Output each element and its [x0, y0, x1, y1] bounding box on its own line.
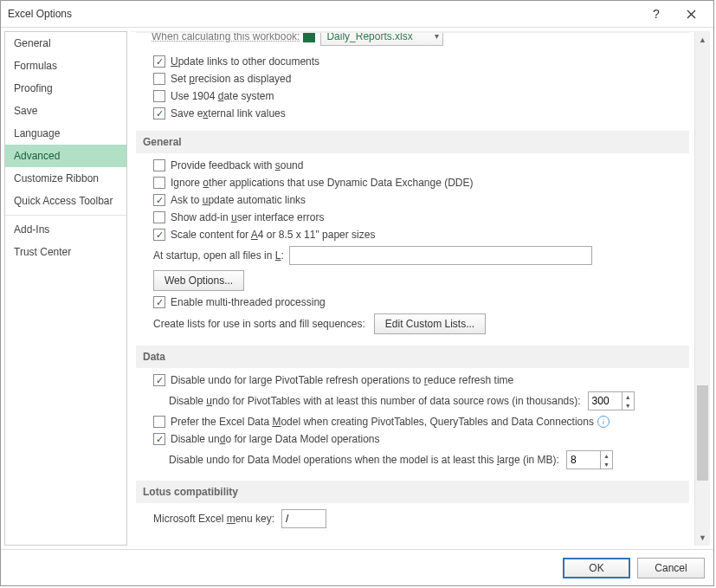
- opt-disable-undo-pivot[interactable]: Disable undo for large PivotTable refres…: [153, 372, 689, 389]
- cutoff-label: When calculating this workbook:: [152, 32, 300, 42]
- sidebar-item-language[interactable]: Language: [5, 122, 126, 145]
- edit-custom-lists-button[interactable]: Edit Custom Lists...: [374, 313, 486, 334]
- sidebar-item-proofing[interactable]: Proofing: [5, 77, 126, 100]
- pivot-threshold-spinner[interactable]: ▲▼: [588, 391, 635, 410]
- cancel-button[interactable]: Cancel: [637, 558, 705, 578]
- section-header-general: General: [136, 131, 689, 153]
- checkbox[interactable]: [153, 229, 165, 241]
- checkbox[interactable]: [153, 107, 165, 120]
- sidebar-item-general[interactable]: General: [5, 32, 126, 55]
- sidebar-separator: [5, 215, 126, 216]
- calc-section: Update links to other documents Set prec…: [136, 49, 689, 126]
- close-button[interactable]: [674, 2, 708, 26]
- scroll-track[interactable]: [695, 48, 710, 530]
- checkbox[interactable]: [153, 194, 165, 206]
- datamodel-threshold-input[interactable]: [567, 451, 600, 468]
- general-section: General Provide feedback with sound Igno…: [136, 126, 689, 340]
- spin-up-icon[interactable]: ▲: [601, 451, 612, 460]
- opt-feedback-sound[interactable]: Provide feedback with sound: [153, 157, 689, 174]
- info-icon[interactable]: i: [597, 416, 610, 428]
- startup-folder-input[interactable]: [289, 246, 592, 265]
- scroll-thumb[interactable]: [697, 385, 708, 481]
- checkbox[interactable]: [153, 90, 165, 102]
- lotus-section: Lotus compatibility Microsoft Excel menu…: [136, 475, 689, 534]
- options-content: When calculating this workbook: Daily_Re…: [131, 32, 694, 546]
- chevron-down-icon: ▾: [435, 32, 439, 41]
- excel-icon: [303, 32, 315, 42]
- sidebar-item-add-ins[interactable]: Add-Ins: [5, 218, 126, 241]
- workbook-select[interactable]: Daily_Reports.xlsx ▾: [320, 32, 442, 46]
- spin-down-icon[interactable]: ▼: [601, 460, 612, 468]
- sidebar: General Formulas Proofing Save Language …: [4, 31, 127, 546]
- sidebar-item-quick-access-toolbar[interactable]: Quick Access Toolbar: [5, 190, 126, 212]
- opt-ask-update-links[interactable]: Ask to update automatic links: [153, 191, 689, 209]
- opt-set-precision[interactable]: Set precision as displayed: [153, 70, 689, 87]
- opt-scale-content[interactable]: Scale content for A4 or 8.5 x 11" paper …: [153, 226, 689, 243]
- checkbox[interactable]: [153, 374, 165, 386]
- help-button[interactable]: ?: [639, 2, 674, 26]
- data-section: Data Disable undo for large PivotTable r…: [136, 340, 689, 475]
- opt-datamodel-threshold: Disable undo for Data Model operations w…: [169, 448, 689, 472]
- pivot-threshold-input[interactable]: [589, 392, 622, 410]
- checkbox[interactable]: [153, 177, 165, 189]
- opt-1904-date[interactable]: Use 1904 date system: [153, 87, 689, 105]
- opt-pivot-threshold: Disable undo for PivotTables with at lea…: [169, 389, 689, 413]
- opt-save-external-link[interactable]: Save external link values: [153, 105, 689, 122]
- section-header-data: Data: [136, 346, 689, 368]
- cutoff-workbook-row: When calculating this workbook: Daily_Re…: [136, 32, 689, 49]
- opt-startup-folder: At startup, open all files in L:: [153, 243, 689, 268]
- opt-ignore-dde[interactable]: Ignore other applications that use Dynam…: [153, 174, 689, 191]
- spin-down-icon[interactable]: ▼: [622, 401, 634, 410]
- checkbox[interactable]: [153, 416, 165, 428]
- sidebar-item-save[interactable]: Save: [5, 100, 126, 122]
- sidebar-item-formulas[interactable]: Formulas: [5, 55, 126, 77]
- scroll-up-icon[interactable]: ▲: [695, 32, 710, 48]
- sidebar-item-customize-ribbon[interactable]: Customize Ribbon: [5, 167, 126, 190]
- opt-menu-key: Microsoft Excel menu key:: [153, 507, 689, 531]
- opt-addin-ui-errors[interactable]: Show add-in user interface errors: [153, 209, 689, 226]
- opt-disable-undo-datamodel[interactable]: Disable undo for large Data Model operat…: [153, 430, 689, 448]
- close-icon: [687, 10, 696, 19]
- section-header-lotus: Lotus compatibility: [136, 481, 689, 503]
- opt-prefer-data-model[interactable]: Prefer the Excel Data Model when creatin…: [153, 413, 689, 430]
- scroll-down-icon[interactable]: ▼: [695, 530, 710, 546]
- ok-button[interactable]: OK: [563, 558, 630, 578]
- checkbox[interactable]: [153, 296, 165, 308]
- checkbox[interactable]: [153, 159, 165, 171]
- opt-custom-lists-row: Create lists for use in sorts and fill s…: [153, 311, 689, 337]
- titlebar: Excel Options ?: [1, 1, 713, 27]
- sidebar-item-trust-center[interactable]: Trust Center: [5, 241, 126, 263]
- checkbox[interactable]: [153, 55, 165, 68]
- checkbox[interactable]: [153, 73, 165, 85]
- opt-update-links[interactable]: Update links to other documents: [153, 53, 689, 70]
- workbook-select-value: Daily_Reports.xlsx: [326, 32, 412, 42]
- checkbox[interactable]: [153, 433, 165, 445]
- spin-up-icon[interactable]: ▲: [622, 392, 634, 401]
- checkbox[interactable]: [153, 211, 165, 223]
- opt-multithread[interactable]: Enable multi-threaded processing: [153, 294, 689, 311]
- datamodel-threshold-spinner[interactable]: ▲▼: [566, 450, 613, 469]
- sidebar-item-advanced[interactable]: Advanced: [5, 145, 126, 167]
- web-options-button[interactable]: Web Options...: [153, 270, 244, 291]
- menu-key-input[interactable]: [281, 509, 326, 528]
- vertical-scrollbar[interactable]: ▲ ▼: [694, 32, 710, 546]
- dialog-footer: OK Cancel: [1, 549, 713, 585]
- dialog-title: Excel Options: [8, 8, 639, 20]
